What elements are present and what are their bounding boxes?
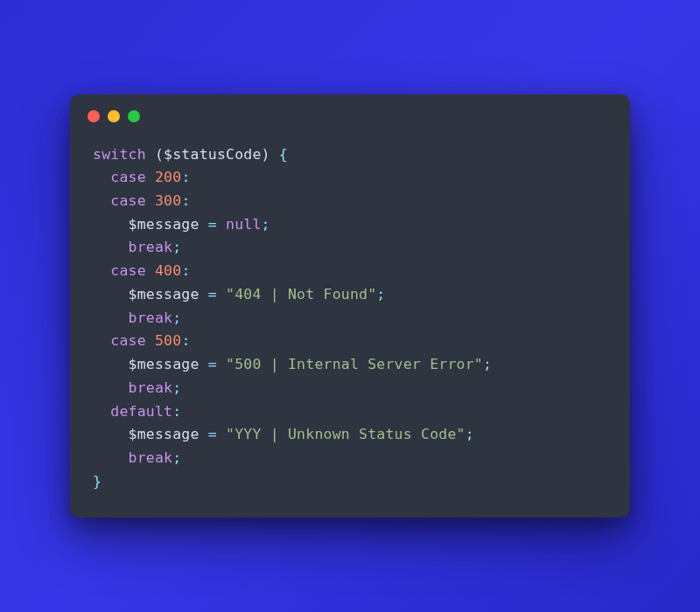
keyword-default: default bbox=[110, 403, 172, 420]
keyword-case: case bbox=[110, 262, 146, 279]
window-titlebar bbox=[70, 94, 630, 128]
close-icon[interactable] bbox=[88, 110, 100, 122]
paren-close: ) bbox=[262, 146, 270, 163]
semicolon: ; bbox=[466, 426, 474, 442]
string-500: "500 | Internal Server Error" bbox=[226, 356, 483, 372]
brace-close: } bbox=[93, 473, 102, 490]
equals: = bbox=[208, 426, 217, 442]
semicolon: ; bbox=[262, 216, 270, 233]
colon: : bbox=[172, 403, 181, 420]
keyword-break: break bbox=[129, 309, 173, 326]
minimize-icon[interactable] bbox=[108, 110, 120, 122]
keyword-case: case bbox=[110, 169, 146, 185]
keyword-break: break bbox=[129, 239, 173, 255]
num-300: 300 bbox=[155, 192, 181, 209]
colon: : bbox=[181, 192, 190, 209]
semicolon: ; bbox=[172, 449, 181, 466]
keyword-break: break bbox=[129, 449, 173, 466]
keyword-case: case bbox=[110, 192, 146, 209]
var-statuscode: $statusCode bbox=[164, 146, 261, 163]
semicolon: ; bbox=[172, 239, 181, 255]
colon: : bbox=[181, 332, 190, 349]
semicolon: ; bbox=[483, 356, 492, 372]
colon: : bbox=[181, 169, 190, 185]
var-message: $message bbox=[129, 356, 200, 372]
string-yyy: "YYY | Unknown Status Code" bbox=[226, 426, 466, 442]
num-200: 200 bbox=[155, 169, 181, 185]
brace-open: { bbox=[279, 146, 288, 163]
string-404: "404 | Not Found" bbox=[226, 286, 376, 303]
paren-open: ( bbox=[155, 146, 164, 163]
var-message: $message bbox=[129, 426, 200, 442]
keyword-case: case bbox=[110, 332, 146, 349]
null-literal: null bbox=[226, 216, 262, 233]
code-block: switch ($statusCode) { case 200: case 30… bbox=[70, 128, 630, 518]
var-message: $message bbox=[129, 286, 200, 303]
keyword-switch: switch bbox=[93, 146, 146, 163]
equals: = bbox=[208, 286, 217, 303]
semicolon: ; bbox=[172, 309, 181, 326]
semicolon: ; bbox=[172, 379, 181, 396]
num-500: 500 bbox=[155, 332, 181, 349]
equals: = bbox=[208, 356, 217, 372]
colon: : bbox=[181, 262, 190, 279]
keyword-break: break bbox=[129, 379, 173, 396]
maximize-icon[interactable] bbox=[128, 110, 140, 122]
num-400: 400 bbox=[155, 262, 181, 279]
semicolon: ; bbox=[376, 286, 385, 303]
var-message: $message bbox=[129, 216, 200, 233]
equals: = bbox=[208, 216, 217, 233]
code-window: switch ($statusCode) { case 200: case 30… bbox=[70, 94, 630, 518]
